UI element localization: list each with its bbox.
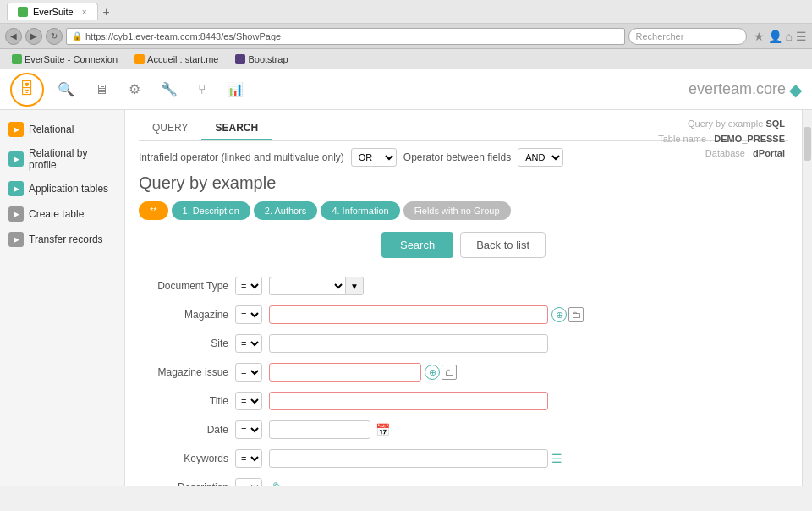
search-button[interactable]: Search (381, 232, 453, 258)
bookmark-bootstrap-label: Bootstrap (248, 54, 288, 64)
action-buttons: Search Back to list (139, 232, 788, 258)
sidebar-label-relational: Relational (29, 124, 74, 135)
op-select-document-type[interactable]: = (235, 277, 262, 295)
table-row: Magazine issue = ⊕ 🗀 (139, 358, 788, 387)
table-row: Keywords = ☰ (139, 444, 788, 473)
tab-search[interactable]: SEARCH (201, 117, 272, 140)
op-select-date[interactable]: = (235, 420, 262, 439)
op-select-site[interactable]: = (235, 334, 262, 353)
group-tab-authors[interactable]: 2. Authors (254, 201, 318, 220)
home-icon[interactable]: ⌂ (786, 30, 793, 43)
search-placeholder: Rechercher (636, 31, 684, 41)
chart-nav-icon: 📊 (227, 81, 244, 97)
label-description: Description (139, 473, 232, 486)
tab-query[interactable]: QUERY (139, 117, 201, 140)
app-logo[interactable]: 🗄 (10, 73, 44, 107)
nav-fork[interactable]: ⑂ (198, 82, 206, 97)
browser-search[interactable]: Rechercher (628, 28, 747, 45)
doctype-select[interactable] (269, 277, 345, 295)
date-input[interactable] (269, 420, 370, 439)
tab-close-button[interactable]: × (82, 8, 87, 17)
calendar-button[interactable]: 📅 (376, 423, 390, 437)
title-input[interactable] (269, 392, 548, 410)
app-brand: everteam.core ◆ (689, 80, 802, 100)
description-pencil-button[interactable]: ✎ (272, 480, 283, 486)
group-tab-all[interactable]: ** (139, 201, 168, 220)
group-tab-no-group[interactable]: Fields with no Group (403, 201, 511, 220)
nav-settings[interactable]: ⚙ (129, 81, 140, 97)
infield-operator-select[interactable]: OR AND (351, 148, 397, 167)
browser-controls: ◀ ▶ ↻ 🔒 https://cyb1.ever-team.com:8443/… (0, 24, 812, 49)
back-to-list-button[interactable]: Back to list (460, 232, 546, 258)
sidebar-arrow-transfer: ▶ (8, 232, 24, 247)
monitor-nav-icon: 🖥 (95, 82, 108, 97)
group-tabs: ** 1. Description 2. Authors 4. Informat… (139, 201, 788, 220)
group-tab-information[interactable]: 4. Information (321, 201, 399, 220)
address-bar[interactable]: 🔒 https://cyb1.ever-team.com:8443/es/Sho… (66, 28, 625, 45)
bookmark-star[interactable]: ★ (754, 30, 765, 43)
refresh-button[interactable]: ↻ (46, 28, 63, 45)
main-content: ▶ Relational ▶ Relational by profile ▶ A… (0, 110, 812, 486)
page-title: Query by example (139, 173, 788, 193)
op-select-magazine[interactable]: = (235, 305, 262, 324)
nav-icons: 🔍 🖥 ⚙ 🔧 ⑂ 📊 (58, 81, 689, 97)
info-table-value: DEMO_PRESSE (714, 134, 785, 144)
back-button[interactable]: ◀ (5, 28, 22, 45)
bookmark-eversuite[interactable]: EverSuite - Connexion (7, 52, 123, 66)
info-db-value: dPortal (753, 148, 785, 158)
bookmark-eversuite-icon (12, 54, 22, 64)
info-qbe-label: Query by example (688, 118, 765, 129)
sidebar-label-profile: Relational by profile (29, 147, 116, 171)
nav-search[interactable]: 🔍 (58, 81, 74, 97)
keywords-input[interactable] (269, 449, 548, 468)
magazine-folder-button[interactable]: 🗀 (568, 307, 584, 322)
sidebar-item-relational[interactable]: ▶ Relational (0, 117, 124, 142)
bookmark-bootstrap-icon (235, 54, 245, 64)
label-document-type: Document Type (139, 272, 232, 300)
sidebar-item-app-tables[interactable]: ▶ Application tables (0, 176, 124, 201)
bookmark-accueil-icon (134, 54, 145, 64)
bookmark-bootstrap[interactable]: Bootstrap (230, 52, 293, 66)
label-title: Title (139, 387, 232, 415)
forward-button[interactable]: ▶ (25, 28, 42, 45)
scrollbar[interactable] (802, 110, 812, 486)
magazine-input[interactable] (269, 305, 548, 324)
label-keywords: Keywords (139, 444, 232, 473)
between-operator-select[interactable]: AND OR (518, 148, 563, 167)
magazine-add-button[interactable]: ⊕ (551, 307, 567, 322)
sidebar-item-transfer[interactable]: ▶ Transfer records (0, 227, 124, 252)
magazine-issue-add-button[interactable]: ⊕ (425, 365, 440, 380)
op-select-magazine-issue[interactable]: = (235, 363, 262, 382)
group-tab-description[interactable]: 1. Description (172, 201, 250, 220)
bookmark-accueil[interactable]: Accueil : start.me (129, 52, 223, 66)
op-select-title[interactable]: = (235, 392, 262, 410)
magazine-issue-folder-button[interactable]: 🗀 (442, 365, 457, 380)
new-tab-button[interactable]: + (103, 5, 110, 19)
content-area: Query by example SQL Table name : DEMO_P… (125, 110, 802, 486)
keywords-list-button[interactable]: ☰ (551, 452, 562, 465)
sidebar-arrow-relational: ▶ (8, 122, 24, 137)
sidebar-arrow-profile: ▶ (8, 151, 24, 167)
user-icon[interactable]: 👤 (768, 30, 782, 43)
tab-title: EverSuite (33, 7, 74, 17)
nav-chart[interactable]: 📊 (227, 81, 244, 97)
doctype-dropdown-arrow[interactable]: ▼ (345, 277, 364, 295)
browser-titlebar: EverSuite × + (0, 0, 812, 24)
info-db-label: Database : (705, 148, 753, 158)
label-magazine: Magazine (139, 300, 232, 329)
menu-icon[interactable]: ☰ (796, 30, 807, 43)
sidebar-item-create-table[interactable]: ▶ Create table (0, 201, 124, 227)
table-row: Title = (139, 387, 788, 415)
magazine-issue-input[interactable] (269, 363, 421, 382)
info-table-label: Table name : (658, 134, 714, 144)
sidebar-item-relational-profile[interactable]: ▶ Relational by profile (0, 142, 124, 176)
browser-tab[interactable]: EverSuite × (7, 3, 98, 20)
info-qbe-value: SQL (765, 118, 785, 129)
nav-tools[interactable]: 🔧 (161, 81, 178, 97)
label-date: Date (139, 415, 232, 444)
op-select-description[interactable]: = (235, 478, 262, 486)
site-input[interactable] (269, 334, 548, 353)
app-wrapper: 🗄 🔍 🖥 ⚙ 🔧 ⑂ 📊 everteam.core ◆ (0, 69, 812, 486)
nav-monitor[interactable]: 🖥 (95, 82, 108, 97)
op-select-keywords[interactable]: = (235, 449, 262, 468)
